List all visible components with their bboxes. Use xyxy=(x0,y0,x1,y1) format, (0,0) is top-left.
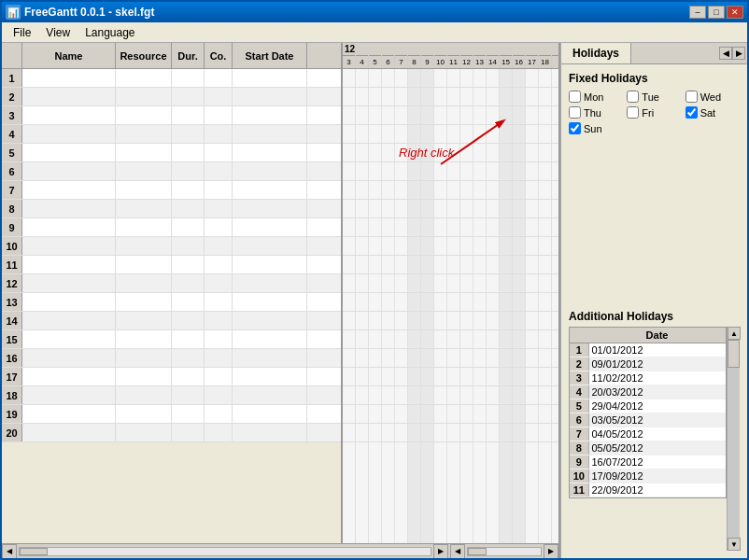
task-co-cell[interactable] xyxy=(205,106,233,124)
list-item[interactable]: 1 01/01/2012 xyxy=(570,343,726,357)
table-row[interactable]: 12 xyxy=(2,274,341,293)
list-item[interactable]: 6 03/05/2012 xyxy=(570,413,726,427)
task-startdate-cell[interactable] xyxy=(233,218,307,236)
task-resource-cell[interactable] xyxy=(116,181,172,199)
holidays-scroll-track[interactable] xyxy=(728,340,740,538)
task-co-cell[interactable] xyxy=(205,200,233,217)
task-name-cell[interactable] xyxy=(22,218,116,236)
task-dur-cell[interactable] xyxy=(172,125,205,143)
task-name-cell[interactable] xyxy=(22,125,116,143)
gantt-scroll-thumb[interactable] xyxy=(468,548,487,555)
task-startdate-cell[interactable] xyxy=(233,349,307,367)
task-startdate-cell[interactable] xyxy=(233,293,307,311)
scroll-thumb[interactable] xyxy=(20,548,48,555)
holiday-checkbox-sun[interactable] xyxy=(569,122,581,134)
task-name-cell[interactable] xyxy=(22,293,116,311)
minimize-button[interactable]: – xyxy=(689,6,706,19)
task-co-cell[interactable] xyxy=(205,162,233,180)
list-item[interactable]: 7 04/05/2012 xyxy=(570,427,726,441)
holiday-checkbox-sat[interactable] xyxy=(685,106,698,119)
task-name-cell[interactable] xyxy=(22,237,116,255)
table-row[interactable]: 6 xyxy=(2,162,341,181)
task-startdate-cell[interactable] xyxy=(233,274,307,292)
menu-language[interactable]: Language xyxy=(78,24,142,41)
maximize-button[interactable]: □ xyxy=(708,6,725,19)
task-dur-cell[interactable] xyxy=(172,237,205,255)
holidays-tab[interactable]: Holidays xyxy=(561,43,631,63)
table-row[interactable]: 3 xyxy=(2,106,341,125)
scroll-track[interactable] xyxy=(19,547,431,556)
list-item[interactable]: 4 20/03/2012 xyxy=(570,385,726,399)
close-button[interactable]: ✕ xyxy=(727,6,743,19)
holiday-checkbox-tue[interactable] xyxy=(627,91,639,103)
task-name-cell[interactable] xyxy=(22,386,116,404)
task-resource-cell[interactable] xyxy=(116,424,172,441)
list-item[interactable]: 10 17/09/2012 xyxy=(570,469,726,483)
task-resource-cell[interactable] xyxy=(116,162,172,180)
task-dur-cell[interactable] xyxy=(172,200,205,217)
task-dur-cell[interactable] xyxy=(172,368,205,385)
task-name-cell[interactable] xyxy=(22,312,116,329)
task-name-cell[interactable] xyxy=(22,69,116,87)
task-resource-cell[interactable] xyxy=(116,293,172,311)
task-name-cell[interactable] xyxy=(22,405,116,423)
table-row[interactable]: 14 xyxy=(2,312,341,330)
scroll-right-button[interactable]: ▶ xyxy=(433,544,448,559)
task-dur-cell[interactable] xyxy=(172,312,205,329)
task-dur-cell[interactable] xyxy=(172,330,205,348)
task-resource-cell[interactable] xyxy=(116,349,172,367)
task-startdate-cell[interactable] xyxy=(233,144,307,161)
menu-view[interactable]: View xyxy=(38,24,78,41)
task-startdate-cell[interactable] xyxy=(233,256,307,273)
task-name-cell[interactable] xyxy=(22,330,116,348)
table-row[interactable]: 7 xyxy=(2,181,341,200)
task-startdate-cell[interactable] xyxy=(233,312,307,329)
task-name-cell[interactable] xyxy=(22,144,116,161)
task-resource-cell[interactable] xyxy=(116,237,172,255)
task-co-cell[interactable] xyxy=(205,125,233,143)
task-dur-cell[interactable] xyxy=(172,144,205,161)
task-startdate-cell[interactable] xyxy=(233,125,307,143)
task-dur-cell[interactable] xyxy=(172,69,205,87)
task-name-cell[interactable] xyxy=(22,181,116,199)
task-name-cell[interactable] xyxy=(22,256,116,273)
task-resource-cell[interactable] xyxy=(116,256,172,273)
holidays-scroll-up[interactable]: ▲ xyxy=(728,327,741,340)
holidays-vertical-scrollbar[interactable]: ▲ ▼ xyxy=(727,327,740,551)
task-name-cell[interactable] xyxy=(22,349,116,367)
gantt-scroll-left[interactable]: ◀ xyxy=(450,544,465,559)
table-row[interactable]: 19 xyxy=(2,405,341,424)
list-item[interactable]: 3 11/02/2012 xyxy=(570,371,726,385)
task-resource-cell[interactable] xyxy=(116,106,172,124)
task-co-cell[interactable] xyxy=(205,218,233,236)
table-row[interactable]: 16 xyxy=(2,349,341,368)
task-startdate-cell[interactable] xyxy=(233,237,307,255)
task-name-cell[interactable] xyxy=(22,424,116,441)
table-row[interactable]: 20 xyxy=(2,424,341,442)
list-item[interactable]: 5 29/04/2012 xyxy=(570,399,726,413)
task-co-cell[interactable] xyxy=(205,256,233,273)
table-row[interactable]: 11 xyxy=(2,256,341,274)
list-item[interactable]: 11 22/09/2012 xyxy=(570,483,726,497)
holiday-checkbox-mon[interactable] xyxy=(569,91,581,103)
task-dur-cell[interactable] xyxy=(172,405,205,423)
task-startdate-cell[interactable] xyxy=(233,424,307,441)
task-startdate-cell[interactable] xyxy=(233,386,307,404)
tab-right-arrow[interactable]: ▶ xyxy=(732,47,745,60)
task-resource-cell[interactable] xyxy=(116,144,172,161)
task-startdate-cell[interactable] xyxy=(233,405,307,423)
task-startdate-cell[interactable] xyxy=(233,330,307,348)
task-dur-cell[interactable] xyxy=(172,218,205,236)
list-item[interactable]: 9 16/07/2012 xyxy=(570,455,726,469)
scroll-left-button[interactable]: ◀ xyxy=(2,544,17,559)
task-startdate-cell[interactable] xyxy=(233,200,307,217)
task-co-cell[interactable] xyxy=(205,237,233,255)
table-row[interactable]: 5 xyxy=(2,144,341,162)
task-dur-cell[interactable] xyxy=(172,386,205,404)
task-startdate-cell[interactable] xyxy=(233,88,307,105)
task-co-cell[interactable] xyxy=(205,312,233,329)
task-resource-cell[interactable] xyxy=(116,330,172,348)
table-row[interactable]: 18 xyxy=(2,386,341,405)
holiday-checkbox-fri[interactable] xyxy=(627,106,639,119)
task-co-cell[interactable] xyxy=(205,368,233,385)
